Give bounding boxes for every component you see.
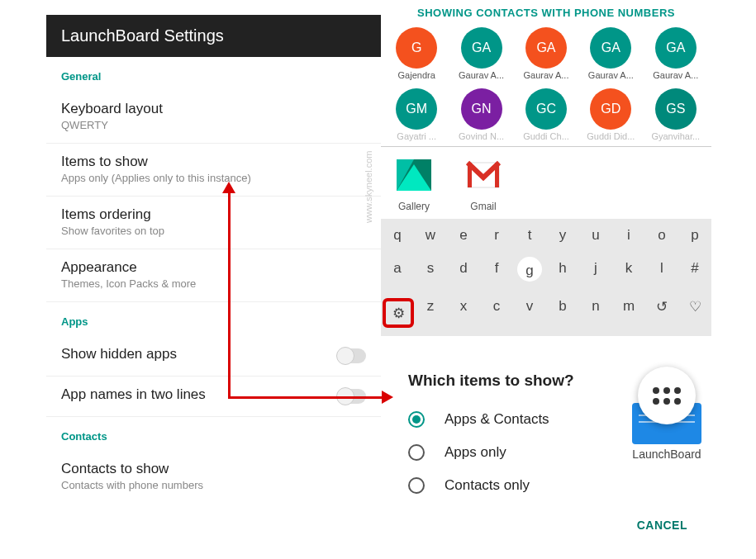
key-y[interactable]: y [546, 219, 579, 252]
key-j[interactable]: j [579, 252, 612, 290]
keyboard-layout-sub: QWERTY [61, 119, 366, 131]
heart-icon[interactable]: ♡ [678, 290, 711, 336]
contact-name: Gaurav A... [578, 69, 643, 80]
key-u[interactable]: u [579, 219, 612, 252]
key-x[interactable]: x [447, 290, 480, 336]
radio-option[interactable]: Contacts only [397, 469, 711, 502]
contact-name: Gayatri ... [384, 130, 449, 141]
key-w[interactable]: w [414, 219, 447, 252]
contact-item[interactable]: GCGuddi Ch... [514, 85, 578, 146]
radio-label: Apps only [445, 444, 506, 461]
contact-item[interactable]: GNGovind N... [449, 85, 513, 146]
cancel-button[interactable]: CANCEL [397, 502, 711, 538]
show-hidden-title: Show hidden apps [61, 346, 366, 362]
contact-item[interactable]: GAGaurav A... [514, 24, 578, 85]
arrow-line [228, 188, 231, 396]
key-b[interactable]: b [546, 290, 579, 336]
settings-items-to-show[interactable]: Items to show Apps only (Applies only to… [46, 144, 381, 197]
contact-name: Gyanvihar... [644, 130, 708, 141]
contact-item[interactable]: GDGuddi Did... [578, 85, 643, 146]
contacts-row: GGajendraGAGaurav A...GAGaurav A...GAGau… [381, 24, 711, 85]
contact-item[interactable]: GMGayatri ... [384, 85, 449, 146]
appearance-title: Appearance [61, 259, 366, 276]
key-g[interactable]: g [513, 252, 546, 290]
contact-name: Gaurav A... [644, 69, 708, 80]
key-f[interactable]: f [480, 252, 513, 290]
svg-rect-5 [495, 163, 499, 187]
gmail-label: Gmail [459, 201, 508, 212]
contact-avatar: GM [396, 88, 437, 130]
items-to-show-title: Items to show [61, 154, 366, 170]
key-e[interactable]: e [447, 219, 480, 252]
contact-avatar: GA [590, 27, 631, 69]
contact-item[interactable]: GGajendra [384, 24, 449, 85]
app-strip: Gallery Gmail [381, 146, 711, 219]
svg-rect-4 [468, 163, 472, 187]
key-p[interactable]: p [678, 219, 711, 252]
contact-item[interactable]: GSGyanvihar... [644, 85, 708, 146]
keyboard-row: ⚙zxcvbnm↺♡ [381, 290, 711, 336]
key-v[interactable]: v [513, 290, 546, 336]
key-s[interactable]: s [414, 252, 447, 290]
arrow-head-icon [382, 391, 393, 404]
key-l[interactable]: l [645, 252, 678, 290]
items-ordering-sub: Show favorites on top [61, 225, 366, 237]
key-c[interactable]: c [480, 290, 513, 336]
appearance-sub: Themes, Icon Packs & more [61, 277, 366, 290]
key-z[interactable]: z [414, 290, 447, 336]
key-r[interactable]: r [480, 219, 513, 252]
contact-avatar: GA [655, 27, 697, 69]
radio-icon [408, 411, 425, 428]
app-gmail[interactable]: Gmail [459, 155, 508, 212]
key-m[interactable]: m [612, 290, 645, 336]
contact-avatar: GA [461, 27, 502, 69]
launchboard-panel: SHOWING CONTACTS WITH PHONE NUMBERS GGaj… [381, 0, 711, 336]
contact-name: Guddi Ch... [514, 130, 578, 141]
key-d[interactable]: d [447, 252, 480, 290]
contact-avatar: GD [590, 88, 631, 130]
key-o[interactable]: o [645, 219, 678, 252]
settings-show-hidden-apps[interactable]: Show hidden apps [46, 336, 381, 377]
key-n[interactable]: n [579, 290, 612, 336]
radio-label: Contacts only [445, 477, 530, 494]
contact-item[interactable]: GAGaurav A... [578, 24, 643, 85]
show-hidden-toggle[interactable] [338, 348, 366, 363]
gmail-icon [464, 155, 503, 195]
settings-keyboard-layout[interactable]: Keyboard layout QWERTY [46, 91, 381, 144]
items-ordering-title: Items ordering [61, 206, 366, 223]
key-t[interactable]: t [513, 219, 546, 252]
key-a[interactable]: a [381, 252, 414, 290]
settings-title: LaunchBoard Settings [46, 15, 381, 57]
key-q[interactable]: q [381, 219, 414, 252]
settings-appearance[interactable]: Appearance Themes, Icon Packs & more [46, 249, 381, 302]
key-h[interactable]: h [546, 252, 579, 290]
app-gallery[interactable]: Gallery [389, 155, 439, 212]
key-i[interactable]: i [612, 219, 645, 252]
launchboard-badge: LaunchBoard [621, 367, 712, 461]
gallery-icon [394, 155, 434, 195]
two-lines-title: App names in two lines [61, 386, 366, 403]
section-contacts: Contacts [46, 417, 381, 451]
contact-name: Gaurav A... [514, 69, 578, 80]
contact-avatar: GC [525, 88, 567, 130]
section-general: General [46, 57, 381, 91]
launchboard-label: LaunchBoard [621, 448, 712, 461]
contact-avatar: GA [525, 27, 567, 69]
gallery-label: Gallery [389, 201, 439, 212]
key-#[interactable]: # [678, 252, 711, 290]
contact-name: Govind N... [449, 130, 513, 141]
contact-item[interactable]: GAGaurav A... [449, 24, 513, 85]
section-apps: Apps [46, 302, 381, 336]
history-icon[interactable]: ↺ [645, 290, 678, 336]
contact-avatar: G [396, 27, 437, 69]
contacts-header: SHOWING CONTACTS WITH PHONE NUMBERS [381, 0, 711, 24]
key-k[interactable]: k [612, 252, 645, 290]
contact-name: Guddi Did... [578, 130, 643, 141]
settings-contacts-to-show[interactable]: Contacts to show Contacts with phone num… [46, 451, 381, 503]
settings-items-ordering[interactable]: Items ordering Show favorites on top [46, 197, 381, 249]
radio-label: Apps & Contacts [445, 411, 549, 428]
gear-icon[interactable]: ⚙ [381, 290, 414, 336]
contact-item[interactable]: GAGaurav A... [644, 24, 708, 85]
watermark: www.skyneel.com [364, 151, 373, 223]
contacts-to-show-title: Contacts to show [61, 461, 366, 477]
